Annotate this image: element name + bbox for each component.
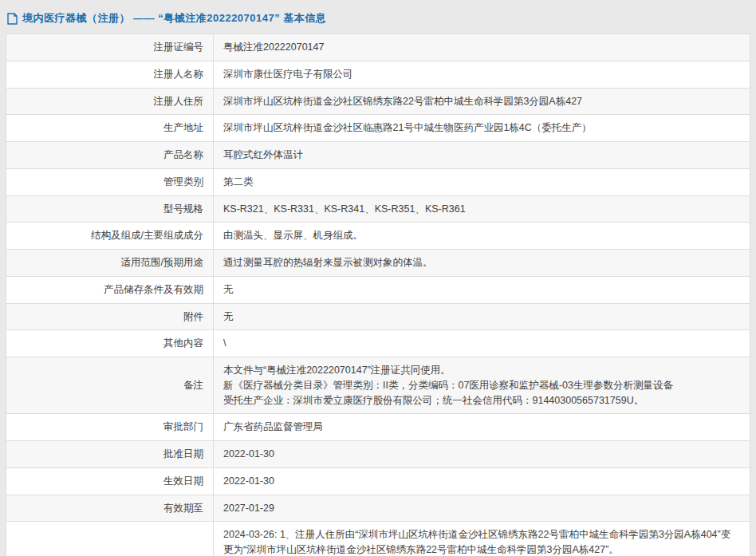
document-icon bbox=[7, 13, 18, 25]
row-label: 生效日期 bbox=[6, 467, 214, 495]
table-row: 审批部门 广东省药品监督管理局 bbox=[6, 414, 750, 441]
row-value: 无 bbox=[214, 303, 750, 330]
row-value: 由测温头、显示屏、机身组成。 bbox=[214, 223, 750, 250]
row-label: 产品储存条件及有效期 bbox=[6, 276, 214, 303]
row-value: 无 bbox=[214, 276, 750, 303]
row-label: 注册人住所 bbox=[6, 88, 214, 115]
table-row: 生产地址 深圳市坪山区坑梓街道金沙社区临惠路21号中城生物医药产业园1栋4C（委… bbox=[6, 115, 750, 142]
page-header: 境内医疗器械（注册） —— “粤械注准20222070147” 基本信息 bbox=[6, 5, 750, 34]
table-row: 注册人住所 深圳市坪山区坑梓街道金沙社区锦绣东路22号雷柏中城生命科学园第3分园… bbox=[6, 88, 750, 115]
table-row: 有效期至 2027-01-29 bbox=[6, 495, 750, 522]
row-value: 第二类 bbox=[214, 168, 750, 195]
row-value: 广东省药品监督管理局 bbox=[214, 414, 750, 441]
row-label: 有效期至 bbox=[6, 495, 214, 522]
page-title: 境内医疗器械（注册） —— “粤械注准20222070147” 基本信息 bbox=[22, 11, 326, 26]
table-row: 结构及组成/主要组成成分 由测温头、显示屏、机身组成。 bbox=[6, 223, 750, 250]
table-row: 其他内容 \ bbox=[6, 330, 750, 357]
row-label: 其他内容 bbox=[6, 330, 214, 357]
row-value: 深圳市坪山区坑梓街道金沙社区临惠路21号中城生物医药产业园1栋4C（委托生产） bbox=[214, 115, 750, 142]
row-label: 附件 bbox=[6, 303, 214, 330]
row-label: 注册人名称 bbox=[6, 61, 214, 88]
row-value: 2024-03-26: 1、注册人住所由“深圳市坪山区坑梓街道金沙社区锦绣东路2… bbox=[214, 522, 750, 556]
row-label: 管理类别 bbox=[6, 168, 214, 195]
table-row: 产品名称 耳腔式红外体温计 bbox=[6, 142, 750, 169]
device-info-table: 注册证编号 粤械注准20222070147 注册人名称 深圳市康仕医疗电子有限公… bbox=[6, 34, 750, 556]
row-label: 备注 bbox=[6, 357, 214, 414]
table-row: 附件 无 bbox=[6, 303, 750, 330]
table-row: 型号规格 KS-R321、KS-R331、KS-R341、KS-R351、KS-… bbox=[6, 195, 750, 223]
row-value: 2022-01-30 bbox=[214, 441, 750, 468]
row-label: 变更情况 bbox=[6, 522, 214, 556]
row-label: 审批部门 bbox=[6, 414, 214, 441]
row-label: 型号规格 bbox=[6, 195, 214, 223]
row-value: KS-R321、KS-R331、KS-R341、KS-R351、KS-R361 bbox=[214, 195, 750, 223]
table-row: 注册证编号 粤械注准20222070147 bbox=[6, 34, 750, 61]
table-row: 注册人名称 深圳市康仕医疗电子有限公司 bbox=[6, 61, 750, 88]
row-label: 注册证编号 bbox=[6, 34, 214, 61]
row-value: \ bbox=[214, 330, 750, 357]
row-value: 深圳市坪山区坑梓街道金沙社区锦绣东路22号雷柏中城生命科学园第3分园A栋427 bbox=[214, 88, 750, 115]
row-value: 本文件与“粤械注准20222070147”注册证共同使用。 新《医疗器械分类目录… bbox=[214, 357, 750, 414]
table-row-remarks: 备注 本文件与“粤械注准20222070147”注册证共同使用。 新《医疗器械分… bbox=[6, 357, 750, 414]
table-row: 产品储存条件及有效期 无 bbox=[6, 276, 750, 303]
row-value: 耳腔式红外体温计 bbox=[214, 142, 750, 169]
row-value: 2022-01-30 bbox=[214, 467, 750, 495]
table-row: 适用范围/预期用途 通过测量耳腔的热辐射来显示被测对象的体温。 bbox=[6, 250, 750, 277]
row-label: 产品名称 bbox=[6, 142, 214, 169]
table-row: 管理类别 第二类 bbox=[6, 168, 750, 195]
row-label: 生产地址 bbox=[6, 115, 214, 142]
row-value: 通过测量耳腔的热辐射来显示被测对象的体温。 bbox=[214, 250, 750, 277]
row-value: 深圳市康仕医疗电子有限公司 bbox=[214, 61, 750, 88]
row-value: 2027-01-29 bbox=[214, 495, 750, 522]
table-row: 生效日期 2022-01-30 bbox=[6, 467, 750, 495]
table-row-changes: 变更情况 2024-03-26: 1、注册人住所由“深圳市坪山区坑梓街道金沙社区… bbox=[6, 522, 750, 556]
row-label: 批准日期 bbox=[6, 441, 214, 468]
row-value: 粤械注准20222070147 bbox=[214, 34, 750, 61]
row-label: 结构及组成/主要组成成分 bbox=[6, 223, 214, 250]
row-label: 适用范围/预期用途 bbox=[6, 250, 214, 277]
table-row: 批准日期 2022-01-30 bbox=[6, 441, 750, 468]
